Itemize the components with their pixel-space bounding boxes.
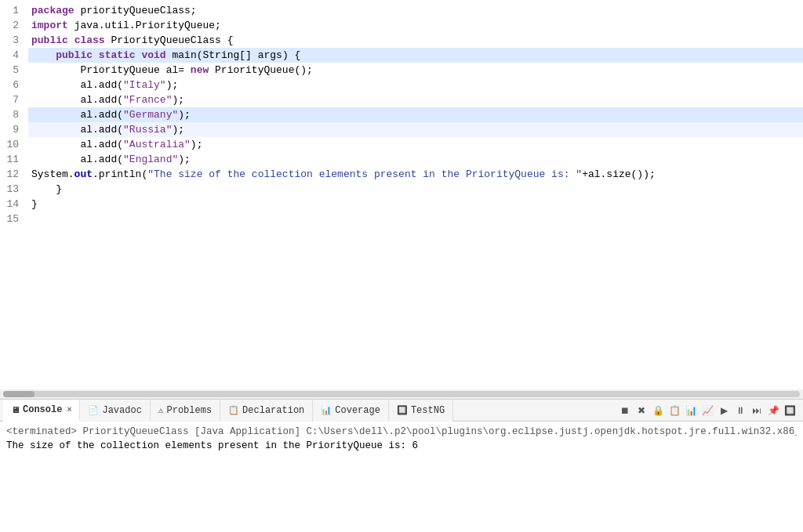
- code-content[interactable]: package priorityQueueClass;import java.u…: [25, 0, 803, 389]
- testng-tab-icon: 🔲: [397, 405, 408, 415]
- code-token: new: [191, 64, 209, 76]
- code-line: al.add("Germany");: [28, 107, 803, 122]
- console-tab-label: Console: [23, 404, 62, 415]
- code-token: al.add(: [31, 124, 123, 136]
- line-number: 2: [6, 18, 19, 33]
- code-token: System.: [31, 168, 74, 180]
- code-token: "Italy": [123, 79, 166, 91]
- code-token: PriorityQueue();: [209, 64, 313, 76]
- code-token: al.add(: [31, 79, 123, 91]
- problems-tab-label: Problems: [166, 405, 212, 416]
- line-number: 10: [6, 137, 19, 152]
- code-token: al.add(: [31, 109, 123, 121]
- horizontal-scrollbar[interactable]: [0, 389, 803, 399]
- code-token: priorityQueueClass;: [74, 5, 197, 16]
- code-line: PriorityQueue al= new PriorityQueue();: [28, 63, 803, 78]
- javadoc-tab-icon: 📄: [88, 405, 99, 415]
- code-token: [31, 49, 56, 61]
- code-token: public: [56, 49, 93, 61]
- code-line: al.add("France");: [28, 92, 803, 107]
- code-token: class: [74, 34, 105, 46]
- toolbar-btn-4[interactable]: 📊: [684, 404, 698, 418]
- line-number: 1: [6, 3, 19, 18]
- code-token: "Australia": [123, 139, 191, 150]
- editor-area: 123456789101112131415 package priorityQu…: [0, 0, 803, 399]
- problems-tab-icon: ⚠: [158, 405, 164, 415]
- javadoc-tab-label: Javadoc: [102, 405, 141, 416]
- code-token: PriorityQueue al=: [31, 64, 191, 76]
- code-line: al.add("Australia");: [28, 137, 803, 152]
- code-token: );: [178, 154, 191, 165]
- toolbar-btn-8[interactable]: ⏭: [750, 404, 764, 418]
- code-line: al.add("Italy");: [28, 78, 803, 92]
- code-container: 123456789101112131415 package priorityQu…: [0, 0, 803, 389]
- toolbar-btn-3[interactable]: 📋: [667, 404, 681, 418]
- code-token: [93, 49, 99, 61]
- coverage-tab-icon: 📊: [321, 405, 332, 415]
- testng-tab-label: TestNG: [411, 405, 445, 416]
- code-token: public: [31, 34, 68, 46]
- line-number: 5: [6, 63, 19, 78]
- tab-testng[interactable]: 🔲TestNG: [389, 400, 453, 422]
- code-line: public static void main(String[] args) {: [28, 48, 803, 63]
- line-number: 4: [6, 48, 19, 63]
- code-token: java.util.PriorityQueue;: [68, 20, 221, 31]
- code-token: );: [178, 109, 191, 121]
- line-number: 13: [6, 182, 19, 197]
- code-token: );: [191, 139, 203, 150]
- line-numbers: 123456789101112131415: [0, 0, 25, 389]
- code-token: +al.size());: [582, 168, 656, 180]
- code-token: "Russia": [123, 124, 172, 136]
- toolbar-btn-6[interactable]: ▶: [717, 404, 731, 418]
- coverage-tab-label: Coverage: [335, 405, 380, 416]
- console-toolbar: ⏹✖🔒📋📊📈▶⏸⏭📌🔲: [618, 404, 800, 418]
- code-token: al.add(: [31, 154, 123, 165]
- toolbar-btn-9[interactable]: 📌: [766, 404, 780, 418]
- toolbar-btn-5[interactable]: 📈: [700, 404, 714, 418]
- line-number: 15: [6, 212, 19, 226]
- code-token: .println(: [93, 168, 147, 180]
- console-line: The size of the collection elements pres…: [6, 439, 797, 453]
- code-line: }: [28, 197, 803, 212]
- tab-declaration[interactable]: 📋Declaration: [220, 400, 313, 422]
- toolbar-btn-0[interactable]: ⏹: [618, 404, 632, 418]
- line-number: 12: [6, 167, 19, 182]
- toolbar-btn-1[interactable]: ✖: [634, 404, 649, 418]
- code-line: import java.util.PriorityQueue;: [28, 18, 803, 33]
- code-token: void: [141, 49, 165, 61]
- line-number: 6: [6, 78, 19, 92]
- code-token: al.add(: [31, 94, 123, 106]
- line-number: 9: [6, 122, 19, 137]
- scroll-thumb[interactable]: [3, 391, 35, 397]
- line-number: 14: [6, 197, 19, 212]
- code-token: "The size of the collection elements pre…: [147, 168, 582, 180]
- tabs-bar: 🖥Console×📄Javadoc⚠Problems📋Declaration📊C…: [0, 400, 803, 422]
- code-line: package priorityQueueClass;: [28, 3, 803, 18]
- scroll-track[interactable]: [3, 391, 800, 397]
- bottom-panel: 🖥Console×📄Javadoc⚠Problems📋Declaration📊C…: [0, 399, 803, 532]
- code-line: System.out.println("The size of the coll…: [28, 167, 803, 182]
- tab-problems[interactable]: ⚠Problems: [151, 400, 220, 422]
- code-line: }: [28, 182, 803, 197]
- console-output: <terminated> PriorityQueueClass [Java Ap…: [0, 422, 803, 532]
- tab-console[interactable]: 🖥Console×: [3, 400, 80, 422]
- code-token: static: [99, 49, 136, 61]
- code-token: );: [172, 124, 184, 136]
- code-token: package: [31, 5, 74, 16]
- tab-coverage[interactable]: 📊Coverage: [313, 400, 389, 422]
- line-number: 3: [6, 33, 19, 48]
- tab-javadoc[interactable]: 📄Javadoc: [80, 400, 150, 422]
- console-tab-icon: 🖥: [11, 405, 20, 415]
- toolbar-btn-2[interactable]: 🔒: [651, 404, 665, 418]
- code-token: out: [74, 168, 93, 180]
- declaration-tab-label: Declaration: [242, 405, 304, 416]
- code-token: [68, 34, 74, 46]
- code-token: main(String[] args) {: [166, 49, 301, 61]
- toolbar-btn-10[interactable]: 🔲: [783, 404, 797, 418]
- console-line: <terminated> PriorityQueueClass [Java Ap…: [6, 425, 797, 439]
- code-token: PriorityQueueClass {: [105, 34, 234, 46]
- code-token: }: [31, 183, 62, 195]
- toolbar-btn-7[interactable]: ⏸: [733, 404, 747, 418]
- code-token: );: [166, 79, 179, 91]
- console-tab-close[interactable]: ×: [67, 406, 71, 414]
